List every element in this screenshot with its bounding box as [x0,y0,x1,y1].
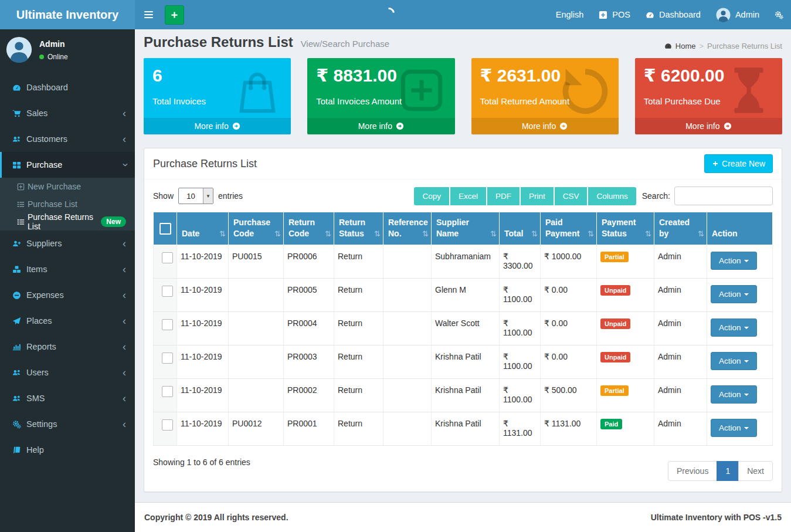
more-info-link[interactable]: More info [307,118,454,134]
columns-button[interactable]: Columns [588,187,636,205]
cell-date: 11-10-2019 [177,312,229,345]
cell-return-code: PR0005 [284,279,334,312]
more-info-link[interactable]: More info [635,118,782,134]
info-box-total-purchase-due: ₹ 6200.00Total Purchase DueMore info [635,58,782,134]
column-header-purchase-code[interactable]: Purchase Code⇅ [229,212,284,245]
column-header-date[interactable]: Date⇅ [177,212,229,245]
sidebar-user-status[interactable]: Online [39,53,68,61]
print-button[interactable]: Print [521,187,554,205]
row-action-button[interactable]: Action [711,385,757,404]
sidebar: Admin Online DashboardSales‹Customers‹Pu… [0,29,135,532]
sidebar-item-label: Dashboard [26,83,126,92]
brand-logo[interactable]: Ultimate Inventory [0,0,135,29]
settings-menu[interactable] [767,0,791,29]
table-row: 11-10-2019PR0002ReturnKrishna Patil₹ 110… [154,379,773,412]
sidebar-item-settings[interactable]: Settings‹ [0,411,135,437]
sidebar-subitem-purchase-returns-list[interactable]: Purchase Returns ListNew [0,213,135,231]
row-checkbox[interactable] [162,319,173,330]
sidebar-item-suppliers[interactable]: Suppliers‹ [0,231,135,256]
sidebar-item-reports[interactable]: Reports‹ [0,334,135,360]
sidebar-item-expenses[interactable]: Expenses‹ [0,282,135,308]
column-header-total[interactable]: Total⇅ [500,212,541,245]
quick-add-button[interactable] [165,5,184,25]
pos-link[interactable]: POS [591,0,638,29]
csv-button[interactable]: CSV [555,187,588,205]
info-box-row: 6Total InvoicesMore info₹ 8831.00Total I… [144,58,782,134]
top-navbar: Ultimate Inventory EnglishPOSDashboardAd… [0,0,791,29]
row-action-button[interactable]: Action [711,285,757,303]
column-header-label: Payment Status [602,218,636,238]
users-icon [9,394,25,403]
select-all-checkbox[interactable] [159,223,171,235]
pagination-page-1[interactable]: 1 [717,461,739,481]
pagination-next[interactable]: Next [738,461,773,481]
more-info-link[interactable]: More info [144,118,291,134]
row-checkbox[interactable] [162,386,173,397]
sidebar-item-sales[interactable]: Sales‹ [0,100,135,126]
column-header-label: Return Status [339,218,365,238]
excel-button[interactable]: Excel [450,187,486,205]
cell-created-by: Admin [654,279,707,312]
sidebar-item-items[interactable]: Items‹ [0,256,135,282]
copy-button[interactable]: Copy [414,187,449,205]
info-box-value: ₹ 2631.00 [471,58,619,86]
row-action-button[interactable]: Action [711,318,757,337]
sidebar-item-sms[interactable]: SMS‹ [0,385,135,411]
cell-total: ₹ 1100.00 [500,379,541,412]
row-checkbox[interactable] [162,353,173,364]
cell-total: ₹ 3300.00 [500,245,541,279]
navbar-main: EnglishPOSDashboardAdmin [135,0,791,29]
column-header-return-status[interactable]: Return Status⇅ [334,212,383,245]
column-header-label: Purchase Code [233,218,270,238]
row-action-button[interactable]: Action [711,252,757,270]
cell-total: ₹ 1100.00 [500,312,541,345]
row-action-button[interactable]: Action [711,419,757,437]
user-plus-icon [9,239,25,248]
sidebar-item-help[interactable]: Help [0,437,135,463]
language-menu[interactable]: English [548,0,592,29]
sidebar-item-customers[interactable]: Customers‹ [0,126,135,152]
sidebar-toggle-button[interactable] [135,0,162,29]
select-arrow-icon: ▼ [203,188,213,204]
paper-plane-icon [9,317,25,326]
dashboard-link[interactable]: Dashboard [638,0,708,29]
create-new-button[interactable]: Create New [704,154,773,173]
row-action-button[interactable]: Action [711,352,757,370]
sidebar-item-places[interactable]: Places‹ [0,308,135,334]
breadcrumb-home-link[interactable]: Home [675,42,696,50]
cell-select [154,312,177,345]
more-info-link[interactable]: More info [471,118,619,134]
info-box-total-returned-amount: ₹ 2631.00Total Returned AmountMore info [471,58,619,134]
column-header-payment-status[interactable]: Payment Status⇅ [597,212,654,245]
row-checkbox[interactable] [162,252,173,263]
chevron-left-icon: ‹ [123,393,126,404]
sidebar-item-label: Users [26,368,123,377]
purchase-returns-panel: Purchase Returns List Create New Show 10… [144,148,782,492]
column-header-paid-payment[interactable]: Paid Payment⇅ [541,212,597,245]
column-header-supplier-name[interactable]: Supplier Name⇅ [432,212,500,245]
page-length-select[interactable]: 10 ▼ [178,188,213,204]
more-info-label: More info [194,121,228,131]
sidebar-subitem-new-purchase[interactable]: New Purchase [0,178,135,195]
chevron-left-icon: ‹ [123,134,126,144]
row-checkbox[interactable] [162,419,173,431]
sidebar-item-dashboard[interactable]: Dashboard [0,74,135,100]
search-input[interactable] [674,187,773,205]
sidebar-item-users[interactable]: Users‹ [0,360,135,385]
user-menu[interactable]: Admin [708,0,767,29]
cart-icon [9,109,25,118]
cubes-icon [9,265,25,274]
cell-payment-status: Unpaid [597,279,654,312]
column-header-return-code[interactable]: Return Code⇅ [284,212,334,245]
pagination-previous[interactable]: Previous [668,461,717,481]
column-header-reference-no[interactable]: Reference No.⇅ [383,212,432,245]
info-box-label: Total Returned Amount [471,86,619,106]
sidebar-item-purchase[interactable]: Purchase‹ [0,152,135,178]
nav-link-label: Dashboard [659,10,701,19]
sidebar-user-name: Admin [39,39,68,49]
sidebar-subitem-purchase-list[interactable]: Purchase List [0,195,135,213]
sidebar-user-panel: Admin Online [0,29,135,71]
column-header-created-by[interactable]: Created by⇅ [654,212,707,245]
pdf-button[interactable]: PDF [487,187,520,205]
row-checkbox[interactable] [162,286,173,297]
